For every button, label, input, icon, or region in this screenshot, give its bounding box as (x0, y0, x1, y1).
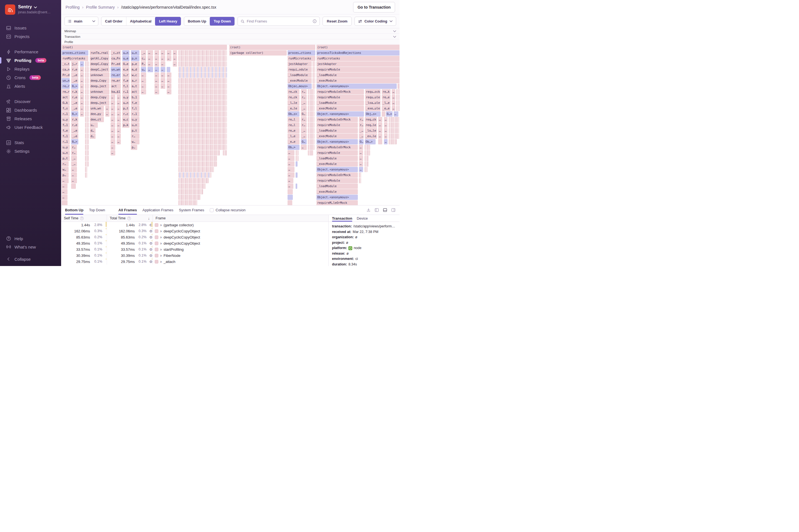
sidebar-item-what-s-new[interactable]: What's new (0, 243, 61, 251)
flame-frame[interactable]: … (117, 106, 121, 111)
flame-dense-frames[interactable] (178, 200, 198, 205)
flame-frame[interactable]: requireModule (316, 95, 364, 100)
layout-left-panel-icon[interactable] (374, 208, 379, 212)
flame-dense-frames[interactable] (85, 106, 89, 111)
flame-frame[interactable]: … (141, 73, 146, 78)
minimap-section-header[interactable]: Minimap (61, 28, 400, 34)
flame-frame[interactable]: deep…ject (90, 100, 109, 106)
flame-frame[interactable]: … (287, 150, 295, 155)
expand-chevron-icon[interactable]: › (160, 229, 162, 233)
flame-frame[interactable]: b…1 (131, 95, 140, 100)
expand-chevron-icon[interactable]: › (160, 241, 162, 245)
flame-frame[interactable]: p… (131, 145, 137, 150)
flame-frame[interactable]: _… (359, 134, 364, 139)
flame-frame[interactable]: deep…Copy (90, 78, 109, 83)
flame-frame[interactable]: _loadModule (316, 73, 400, 78)
flame-dense-frames[interactable] (178, 100, 227, 106)
sidebar-item-releases[interactable]: Releases (0, 114, 61, 123)
table-row[interactable]: 49.35ms0.1%49.35ms0.1%⚙›deepCyclicCopyOb… (61, 240, 328, 246)
flame-frame[interactable]: r…1 (131, 111, 140, 117)
flame-dense-frames[interactable] (178, 111, 227, 117)
flame-frame[interactable]: … (173, 61, 177, 66)
flame-frame[interactable]: _… (71, 156, 77, 161)
flame-dense-frames[interactable] (85, 172, 88, 178)
flame-dense-frames[interactable] (178, 189, 203, 194)
flame-frame[interactable]: … (154, 61, 159, 66)
flame-frame[interactable]: j…r (71, 61, 78, 66)
flame-frame[interactable]: getAl…Copy (90, 56, 109, 61)
flame-frame[interactable]: Object.<anonymous> (316, 167, 358, 172)
flame-frame[interactable]: … (111, 95, 115, 100)
flame-frame[interactable]: Pr…d (62, 73, 70, 78)
flame-frame[interactable]: … (111, 139, 115, 145)
flame-frame[interactable]: _… (359, 128, 364, 133)
flame-dense-frames[interactable] (313, 67, 315, 72)
flame-dense-frames[interactable] (178, 139, 227, 145)
flame-frame[interactable]: re…r (62, 89, 70, 94)
frame-column-header[interactable]: Frame (153, 215, 328, 222)
flame-frame[interactable]: p…e (131, 61, 140, 66)
flame-frame[interactable]: dee…ct (90, 117, 104, 122)
flame-dense-frames[interactable] (365, 145, 370, 150)
flame-frame[interactable]: _…e (71, 134, 78, 139)
flame-frame[interactable]: _execModule (316, 161, 358, 167)
flame-dense-frames[interactable] (178, 73, 227, 78)
flame-frame[interactable]: r…e (71, 67, 78, 72)
flame-frame[interactable]: unknown (90, 73, 109, 78)
flame-frame[interactable]: _… (141, 50, 146, 56)
flame-dense-frames[interactable] (85, 111, 89, 117)
flame-frame[interactable]: _l…e (382, 100, 391, 106)
flame-frame[interactable]: f…1 (62, 134, 70, 139)
flame-dense-frames[interactable] (178, 184, 206, 189)
self-time-column-header[interactable]: Self Time ? (61, 215, 107, 222)
flame-dense-frames[interactable] (85, 134, 89, 139)
flame-frame[interactable]: deep…Copy (90, 95, 109, 100)
flame-frame[interactable]: 0…> (71, 139, 78, 145)
help-icon[interactable]: ? (80, 216, 83, 220)
flame-dense-frames[interactable] (85, 145, 89, 150)
flame-dense-frames[interactable] (85, 89, 89, 94)
flame-frame[interactable]: _execModule (287, 78, 312, 83)
flame-frame[interactable]: r…e (71, 95, 78, 100)
flame-frame[interactable]: u…y (131, 117, 140, 122)
flame-dense-frames[interactable] (178, 145, 227, 150)
flame-frame[interactable]: u…y (62, 117, 70, 122)
flame-dense-frames[interactable] (178, 89, 227, 94)
flame-frame[interactable]: … (111, 145, 115, 150)
flame-dense-frames[interactable] (178, 61, 227, 66)
flame-frame[interactable]: re…l (287, 122, 299, 128)
flame-frame[interactable]: Obj…s> (365, 111, 380, 117)
flame-frame[interactable]: … (62, 178, 69, 183)
flame-frame[interactable]: p… (62, 172, 69, 178)
flame-frame[interactable]: _execModule (316, 134, 358, 139)
flame-frame[interactable]: _e…le (287, 106, 299, 111)
tab-application-frames[interactable]: Application Frames (143, 206, 173, 215)
frame-options-gear-icon[interactable]: ⚙ (149, 242, 152, 245)
flame-frame[interactable]: … (378, 122, 382, 128)
flame-frame[interactable]: r… (301, 117, 307, 122)
expand-chevron-icon[interactable]: › (160, 259, 162, 264)
flame-frame[interactable]: d… (90, 134, 96, 139)
flame-dense-frames[interactable] (85, 156, 89, 161)
flame-frame[interactable]: … (287, 156, 295, 161)
flame-frame[interactable]: … (141, 89, 146, 94)
flame-frame[interactable]: req…le (365, 122, 377, 128)
flame-frame[interactable]: O…> (386, 111, 393, 117)
tab-top-down[interactable]: Top Down (89, 206, 105, 215)
flame-frame[interactable]: … (394, 111, 398, 117)
flame-frame[interactable]: r…e (71, 122, 78, 128)
flame-frame[interactable]: a…t (131, 83, 140, 89)
flame-dense-frames[interactable] (365, 150, 370, 155)
flame-dense-frames[interactable] (85, 167, 88, 172)
sidebar-item-stats[interactable]: Stats (0, 138, 61, 147)
flame-frame[interactable]: r… (62, 161, 69, 167)
flame-frame[interactable]: … (154, 83, 159, 89)
flame-frame[interactable]: … (154, 73, 159, 78)
flame-frame[interactable]: u…n (131, 50, 140, 56)
flame-frame[interactable]: d… (90, 128, 96, 133)
flame-frame[interactable]: … (167, 78, 171, 83)
flame-frame[interactable]: r…k (71, 89, 78, 94)
flame-dense-frames[interactable] (178, 67, 227, 72)
reset-zoom-button[interactable]: Reset Zoom (322, 17, 351, 26)
flame-frame[interactable]: … (80, 95, 84, 100)
